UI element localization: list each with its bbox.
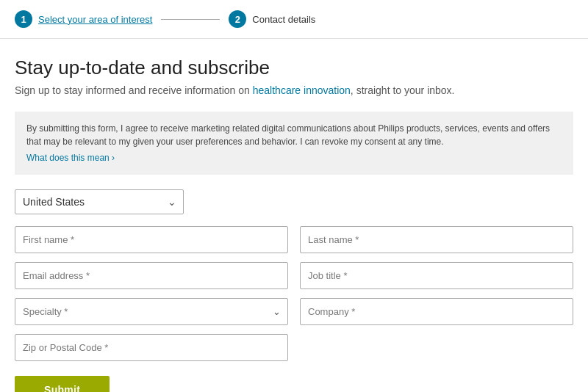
email-field [15,262,288,289]
submit-button[interactable]: Submit [15,376,110,392]
last-name-field [300,226,573,253]
page-title: Stay up-to-date and subscribe [15,57,573,79]
step-1-label[interactable]: Select your area of interest [38,14,152,25]
step-2: 2 Contact details [229,10,315,28]
zip-row [15,334,288,361]
consent-text: By submitting this form, I agree to rece… [26,123,550,147]
step-2-number: 2 [235,14,240,25]
email-input[interactable] [15,262,288,289]
first-name-input[interactable] [15,226,288,253]
step-1-link[interactable]: Select your area of interest [38,14,152,25]
job-title-input[interactable] [300,262,573,289]
company-field [300,298,573,325]
step-1-number: 1 [21,14,26,25]
job-title-field [300,262,573,289]
step-2-label: Contact details [252,14,315,25]
subtitle-highlight: healthcare innovation [253,84,351,96]
zip-input[interactable] [15,334,288,361]
country-select-wrapper: United States United Kingdom Canada Aust… [15,189,184,214]
subtitle-end: , straight to your inbox. [351,84,455,96]
stepper: 1 Select your area of interest 2 Contact… [0,0,588,39]
country-select[interactable]: United States United Kingdom Canada Aust… [15,189,184,214]
step-1[interactable]: 1 Select your area of interest [15,10,152,28]
last-name-input[interactable] [300,226,573,253]
specialty-select[interactable]: Specialty * Cardiology Radiology Oncolog… [15,298,288,325]
country-row: United States United Kingdom Canada Aust… [15,189,573,214]
consent-link[interactable]: What does this mean › [26,151,115,164]
company-input[interactable] [300,298,573,325]
form-grid: Specialty * Cardiology Radiology Oncolog… [15,226,573,325]
step-divider [161,19,220,20]
specialty-field: Specialty * Cardiology Radiology Oncolog… [15,298,288,325]
first-name-field [15,226,288,253]
subtitle-start: Sign up to stay informed and receive inf… [15,84,253,96]
page-subtitle: Sign up to stay informed and receive inf… [15,84,573,98]
main-content: Stay up-to-date and subscribe Sign up to… [0,39,588,392]
consent-box: By submitting this form, I agree to rece… [15,112,573,175]
step-2-circle: 2 [229,10,246,28]
step-1-circle: 1 [15,10,32,28]
